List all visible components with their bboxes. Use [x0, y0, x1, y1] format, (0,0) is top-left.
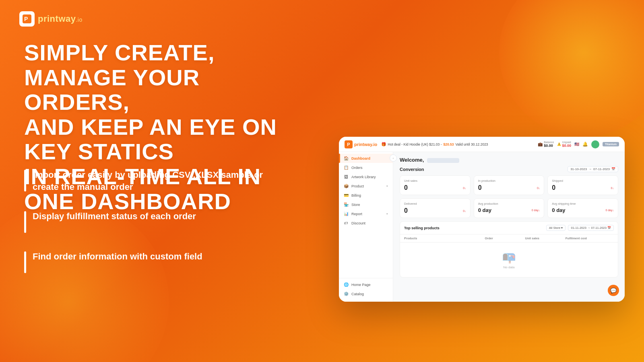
stat-card-avg-shipping: Avg shipping time 0 day 0 day↓: [547, 198, 618, 218]
orders-icon: 📋: [344, 165, 349, 170]
stat-value-avg-shipping: 0 day: [552, 207, 565, 213]
top-selling-date-range[interactable]: 01-11-2023 → 07-11-2023 📅: [568, 225, 614, 231]
feature-text-2: Display fulfillment status of each order: [33, 210, 196, 222]
calendar-icon: 📅: [611, 167, 615, 171]
stat-value-shipped: 0: [552, 184, 555, 191]
logo-text: printway.io: [38, 14, 83, 24]
feature-item-1: Import order easily by uploading CSV/.XL…: [24, 169, 274, 193]
sidebar-bottom: 🌐 Home Page ⚙️ Catalog: [339, 278, 393, 300]
bell-icon: 🔔: [582, 142, 588, 147]
sidebar-label-artwork: Artwork Library: [351, 175, 388, 179]
conversion-title: Conversion: [400, 167, 424, 172]
dashboard-icon: 🏠: [344, 156, 349, 160]
stat-label-delivered: Delivered: [404, 202, 466, 206]
dash-promo-banner: 🎁 Hot deal - Kid Hoodie (UK) $21.03 - $2…: [381, 142, 534, 146]
promo-price: $20.53: [443, 142, 454, 146]
date-start: 31-10-2023: [570, 167, 587, 171]
stat-value-row-in-production: 0 0↓: [478, 184, 540, 191]
stat-value-in-production: 0: [478, 184, 482, 191]
feature-text-1: Import order easily by uploading CSV/.XL…: [33, 169, 274, 193]
stat-card-delivered: Delivered 0 0↓: [400, 198, 471, 218]
sidebar-label-product: Product: [351, 184, 384, 188]
dash-sidebar: ‹ 🏠 Dashboard 📋 Orders 🖼 Artwork Library…: [339, 152, 393, 302]
balance-icon: 💼: [538, 142, 543, 146]
svg-text:P: P: [24, 16, 28, 22]
welcome-message: Welcome,: [400, 157, 618, 163]
sidebar-item-discount[interactable]: 🏷 Discount: [339, 218, 393, 228]
stat-label-avg-production: Avg production: [478, 202, 540, 206]
flag-icon: 🇺🇸: [574, 142, 579, 146]
promo-text: Hot deal - Kid Hoodie (UK) $21.03 -: [388, 142, 442, 146]
ts-date-start: 01-11-2023: [571, 226, 586, 230]
product-arrow-icon: ▾: [386, 185, 388, 188]
dash-header-right: 💼 Balance $0.00 ⚠️ Unpaid $0.00 🇺🇸 🔔 Tit…: [538, 140, 619, 148]
dash-logo-icon: P: [345, 140, 353, 148]
stat-change-avg-shipping: 0 day↓: [605, 209, 614, 212]
sidebar-item-product[interactable]: 📦 Product ▾: [339, 181, 393, 191]
artwork-icon: 🖼: [344, 175, 349, 179]
report-icon: 📊: [344, 212, 349, 216]
feature-text-3: Find order information with custom field: [33, 251, 202, 263]
th-unit-sales: Unit sales: [525, 237, 566, 240]
promo-valid: Valid until 30.12.2023: [455, 142, 488, 146]
product-icon: 📦: [344, 184, 349, 188]
logo-icon: P: [19, 11, 35, 27]
chat-bubble-button[interactable]: 💬: [608, 285, 619, 296]
stat-value-delivered: 0: [404, 207, 408, 214]
stat-card-shipped: Shipped 0 0↓: [547, 175, 618, 195]
welcome-name-blur: [427, 158, 459, 163]
stat-label-avg-shipping: Avg shipping time: [552, 202, 614, 206]
sidebar-item-homepage[interactable]: 🌐 Home Page: [339, 280, 393, 289]
homepage-icon: 🌐: [344, 282, 349, 287]
date-separator: →: [588, 167, 592, 171]
sidebar-item-catalog[interactable]: ⚙️ Catalog: [339, 289, 393, 298]
sidebar-item-dashboard[interactable]: 🏠 Dashboard: [339, 154, 393, 163]
unpaid-label: Unpaid: [562, 141, 571, 144]
promo-gift-icon: 🎁: [381, 142, 386, 146]
dash-logo-text: printway.io: [354, 142, 377, 147]
stat-change-shipped: 0↓: [611, 187, 614, 189]
sidebar-item-store[interactable]: 🏪 Store: [339, 200, 393, 209]
main-logo: P printway.io: [19, 11, 83, 27]
stat-change-in-production: 0↓: [537, 187, 540, 189]
date-end: 07-11-2023: [593, 167, 610, 171]
top-selling-controls: All Store ▾ 01-11-2023 → 07-11-2023 📅: [546, 225, 614, 231]
stat-card-unit-sales: Unit sales 0 0↓: [400, 175, 471, 195]
feature-bar-3: [24, 251, 26, 273]
stat-value-avg-production: 0 day: [478, 207, 491, 213]
stat-value-row-avg-shipping: 0 day 0 day↓: [552, 207, 614, 213]
table-header: Products Order Unit sales Fulfilment cos…: [400, 234, 618, 243]
balance-widget: 💼 Balance $0.00: [538, 141, 554, 148]
sidebar-item-orders[interactable]: 📋 Orders: [339, 163, 393, 172]
no-data-text: No data: [503, 265, 514, 269]
sidebar-collapse-button[interactable]: ‹: [390, 154, 397, 162]
conversion-date-range[interactable]: 31-10-2023 → 07-11-2023 📅: [568, 166, 618, 172]
unpaid-amount: $0.00: [562, 144, 571, 148]
stat-value-row-delivered: 0 0↓: [404, 207, 466, 214]
top-selling-header: Top selling products All Store ▾ 01-11-2…: [400, 222, 618, 234]
stat-label-unit-sales: Unit sales: [404, 179, 466, 183]
dash-main-content: Welcome, Conversion 31-10-2023 → 07-11-2…: [393, 152, 625, 302]
feature-item-2: Display fulfillment status of each order: [24, 210, 274, 233]
sidebar-label-dashboard: Dashboard: [351, 156, 388, 160]
catalog-icon: ⚙️: [344, 292, 349, 296]
sidebar-label-store: Store: [351, 203, 388, 207]
bg-decoration-top: [499, 0, 644, 137]
store-select[interactable]: All Store ▾: [546, 225, 566, 231]
stat-label-in-production: In production: [478, 179, 540, 183]
sidebar-item-report[interactable]: 📊 Report ▾: [339, 209, 393, 218]
ts-date-end: 07-11-2023: [591, 226, 607, 230]
store-select-value: All Store: [549, 226, 560, 230]
unpaid-widget: ⚠️ Unpaid $0.00: [557, 141, 571, 148]
sidebar-label-billing: Billing: [351, 193, 388, 197]
sidebar-item-artwork[interactable]: 🖼 Artwork Library: [339, 172, 393, 181]
top-selling-section: Top selling products All Store ▾ 01-11-2…: [400, 221, 618, 278]
sidebar-label-discount: Discount: [351, 221, 388, 225]
sidebar-label-orders: Orders: [351, 166, 388, 170]
th-products: Products: [404, 237, 485, 240]
sidebar-item-billing[interactable]: 💳 Billing: [339, 191, 393, 200]
balance-label: Balance: [544, 141, 554, 144]
sidebar-label-homepage: Home Page: [351, 283, 388, 287]
sidebar-label-catalog: Catalog: [351, 292, 388, 296]
stat-card-in-production: In production 0 0↓: [474, 175, 545, 195]
